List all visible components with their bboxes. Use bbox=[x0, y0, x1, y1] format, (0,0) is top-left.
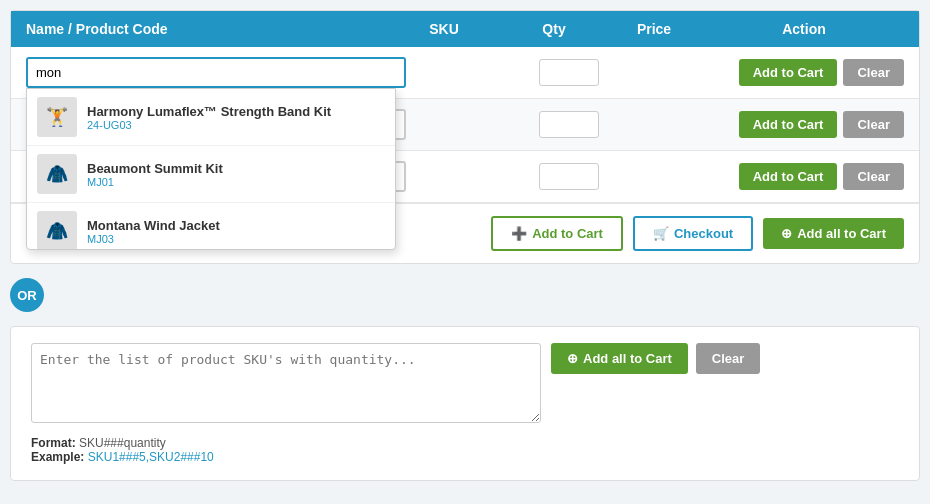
item-name-3: Montana Wind Jacket bbox=[87, 218, 220, 233]
or-badge: OR bbox=[10, 278, 44, 312]
bulk-textarea-wrapper bbox=[31, 343, 541, 426]
bulk-add-all-btn[interactable]: ⊕ Add all to Cart bbox=[551, 343, 688, 374]
plus-icon: ➕ bbox=[511, 226, 527, 241]
or-divider: OR bbox=[10, 278, 920, 312]
row-3-action: Add to Cart Clear bbox=[712, 163, 904, 190]
add-to-cart-btn-1[interactable]: Add to Cart bbox=[739, 59, 838, 86]
bulk-textarea[interactable] bbox=[31, 343, 541, 423]
search-wrapper-1: 🏋️ Harmony Lumaflex™ Strength Band Kit 2… bbox=[26, 57, 406, 88]
item-img-1: 🏋️ bbox=[37, 97, 77, 137]
qty-input-1[interactable] bbox=[539, 59, 599, 86]
checkout-label: Checkout bbox=[674, 226, 733, 241]
clear-btn-1[interactable]: Clear bbox=[843, 59, 904, 86]
bulk-button-group: ⊕ Add all to Cart Clear bbox=[551, 343, 760, 374]
search-input-1[interactable] bbox=[26, 57, 406, 88]
bulk-clear-btn[interactable]: Clear bbox=[696, 343, 761, 374]
table-row: 🏋️ Harmony Lumaflex™ Strength Band Kit 2… bbox=[11, 47, 919, 99]
format-info: Format: SKU###quantity Example: SKU1###5… bbox=[31, 436, 899, 464]
format-value: SKU###quantity bbox=[79, 436, 166, 450]
example-value: SKU1###5,SKU2###10 bbox=[88, 450, 214, 464]
header-sku: SKU bbox=[384, 21, 504, 37]
cart-icon: 🛒 bbox=[653, 226, 669, 241]
header-action: Action bbox=[704, 21, 904, 37]
row-1-qty bbox=[521, 59, 617, 86]
add-to-cart-btn-2[interactable]: Add to Cart bbox=[739, 111, 838, 138]
item-name-2: Beaumont Summit Kit bbox=[87, 161, 223, 176]
add-all-to-cart-btn[interactable]: ⊕ Add all to Cart bbox=[763, 218, 904, 249]
header-price: Price bbox=[604, 21, 704, 37]
item-details-3: Montana Wind Jacket MJ03 bbox=[87, 218, 220, 245]
add-to-cart-all-label: Add to Cart bbox=[532, 226, 603, 241]
table-header: Name / Product Code SKU Qty Price Action bbox=[11, 11, 919, 47]
row-1-action: Add to Cart Clear bbox=[712, 59, 904, 86]
bulk-actions: ⊕ Add all to Cart Clear bbox=[31, 343, 899, 426]
qty-input-3[interactable] bbox=[539, 163, 599, 190]
dropdown-item-3[interactable]: 🧥 Montana Wind Jacket MJ03 bbox=[27, 203, 395, 249]
product-order-table: Name / Product Code SKU Qty Price Action… bbox=[10, 10, 920, 264]
bulk-plus-icon: ⊕ bbox=[567, 351, 578, 366]
dropdown-item-2[interactable]: 🧥 Beaumont Summit Kit MJ01 bbox=[27, 146, 395, 203]
add-to-cart-all-btn[interactable]: ➕ Add to Cart bbox=[491, 216, 623, 251]
bulk-section: ⊕ Add all to Cart Clear Format: SKU###qu… bbox=[10, 326, 920, 481]
item-img-2: 🧥 bbox=[37, 154, 77, 194]
row-3-qty bbox=[521, 163, 617, 190]
add-to-cart-btn-3[interactable]: Add to Cart bbox=[739, 163, 838, 190]
item-img-3: 🧥 bbox=[37, 211, 77, 249]
item-code-2: MJ01 bbox=[87, 176, 223, 188]
header-qty: Qty bbox=[504, 21, 604, 37]
row-1-name-col: 🏋️ Harmony Lumaflex™ Strength Band Kit 2… bbox=[26, 57, 406, 88]
add-all-label: Add all to Cart bbox=[797, 226, 886, 241]
clear-btn-3[interactable]: Clear bbox=[843, 163, 904, 190]
item-details-1: Harmony Lumaflex™ Strength Band Kit 24-U… bbox=[87, 104, 331, 131]
row-2-qty bbox=[521, 111, 617, 138]
product-dropdown: 🏋️ Harmony Lumaflex™ Strength Band Kit 2… bbox=[26, 88, 396, 250]
item-code-3: MJ03 bbox=[87, 233, 220, 245]
plus-circle-icon: ⊕ bbox=[781, 226, 792, 241]
dropdown-scroll: 🏋️ Harmony Lumaflex™ Strength Band Kit 2… bbox=[27, 89, 395, 249]
bulk-add-label: Add all to Cart bbox=[583, 351, 672, 366]
table-body: 🏋️ Harmony Lumaflex™ Strength Band Kit 2… bbox=[11, 47, 919, 203]
checkout-btn[interactable]: 🛒 Checkout bbox=[633, 216, 753, 251]
format-label: Format: bbox=[31, 436, 76, 450]
example-label: Example: bbox=[31, 450, 84, 464]
item-name-1: Harmony Lumaflex™ Strength Band Kit bbox=[87, 104, 331, 119]
header-name: Name / Product Code bbox=[26, 21, 384, 37]
dropdown-item-1[interactable]: 🏋️ Harmony Lumaflex™ Strength Band Kit 2… bbox=[27, 89, 395, 146]
item-code-1: 24-UG03 bbox=[87, 119, 331, 131]
row-2-action: Add to Cart Clear bbox=[712, 111, 904, 138]
qty-input-2[interactable] bbox=[539, 111, 599, 138]
clear-btn-2[interactable]: Clear bbox=[843, 111, 904, 138]
item-details-2: Beaumont Summit Kit MJ01 bbox=[87, 161, 223, 188]
bulk-btn-row: ⊕ Add all to Cart Clear bbox=[551, 343, 760, 374]
